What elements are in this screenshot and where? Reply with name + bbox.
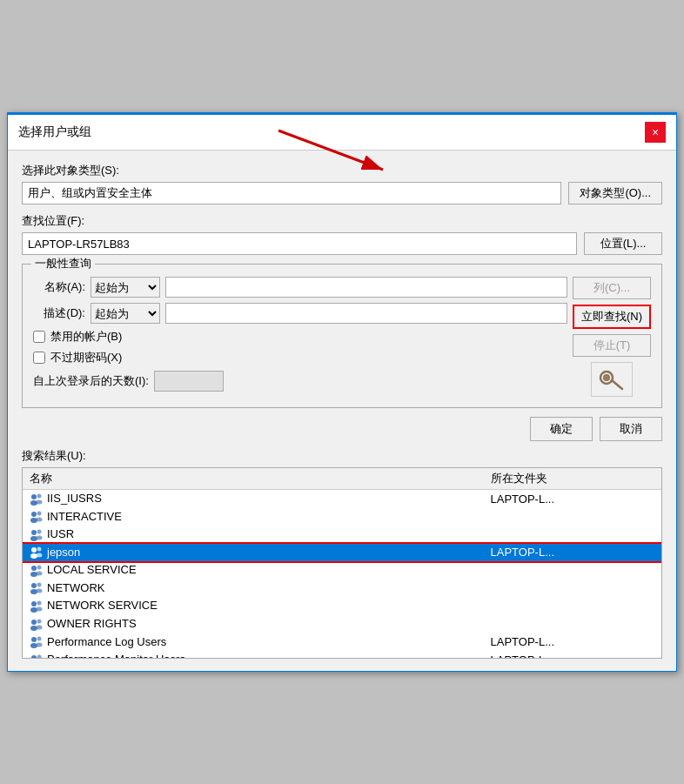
user-group-icon [30,546,44,560]
search-now-button[interactable]: 立即查找(N) [573,305,651,329]
key-icon [598,367,626,392]
results-table: 名称 所在文件夹 IIS_IUSRSLAPTOP-L... INTERACTIV… [23,468,661,659]
user-group-icon [30,510,44,524]
results-table-container[interactable]: 名称 所在文件夹 IIS_IUSRSLAPTOP-L... INTERACTIV… [22,467,662,659]
svg-point-17 [31,547,37,553]
location-inline: 位置(L)... [22,232,662,255]
desc-query-input[interactable] [165,303,567,324]
svg-point-11 [37,512,42,516]
col-folder-header: 所在文件夹 [484,468,661,490]
svg-point-43 [37,654,42,659]
table-row[interactable]: LOCAL SERVICE [23,561,661,580]
name-query-label: 名称(A): [33,279,85,295]
table-row[interactable]: NETWORK SERVICE [23,597,661,615]
svg-point-41 [31,655,37,659]
table-row[interactable]: jepsonLAPTOP-L... [23,544,661,562]
svg-point-28 [37,589,43,593]
cell-name: IUSR [23,526,484,544]
svg-point-37 [31,637,37,642]
user-group-icon [30,564,44,578]
non-expiry-checkbox[interactable] [33,352,45,364]
days-label: 自上次登录后的天数(I): [33,373,149,389]
cell-folder [484,526,661,544]
svg-point-33 [31,620,37,625]
svg-line-3 [617,385,619,386]
select-user-dialog: 选择用户或组 × 选择此对象类型(S): 对象类型(O)... 查找位置(F):… [7,112,677,672]
name-query-input[interactable] [165,277,567,298]
disabled-accounts-label: 禁用的帐户(B) [50,329,122,345]
cell-name: NETWORK [23,580,484,598]
location-button[interactable]: 位置(L)... [584,232,662,255]
desc-query-label: 描述(D): [33,305,85,321]
cell-name: IIS_IUSRS [23,490,484,508]
dialog-title: 选择用户或组 [18,124,91,140]
object-type-input[interactable] [22,182,561,204]
search-results-label: 搜索结果(U): [22,448,662,464]
location-row: 查找位置(F): 位置(L)... [22,213,662,255]
svg-point-16 [37,535,43,539]
key-icon-button[interactable] [591,362,633,397]
table-row[interactable]: Performance Log UsersLAPTOP-L... [23,633,661,652]
cell-name: NETWORK SERVICE [23,597,484,615]
svg-point-29 [31,601,37,606]
cell-folder: LAPTOP-L... [484,633,661,652]
svg-point-25 [31,583,37,588]
table-row[interactable]: IIS_IUSRSLAPTOP-L... [23,490,661,508]
svg-point-9 [31,512,37,517]
svg-point-13 [31,530,37,535]
table-row[interactable]: INTERACTIVE [23,508,661,526]
svg-point-31 [37,600,42,605]
location-input[interactable] [22,232,577,255]
close-button[interactable]: × [645,122,666,143]
days-input[interactable] [154,371,224,392]
user-group-icon [30,493,44,506]
svg-point-5 [31,494,37,499]
cell-name: LOCAL SERVICE [23,561,484,580]
cell-name: OWNER RIGHTS [23,615,484,633]
query-grid: 名称(A): 起始为 描述(D): 起始为 [33,277,651,397]
disabled-accounts-checkbox[interactable] [33,331,45,343]
svg-point-12 [37,518,43,522]
col-name-header: 名称 [23,468,484,490]
svg-point-32 [37,606,43,611]
cell-name: INTERACTIVE [23,508,484,526]
user-group-icon [30,635,44,649]
cell-name: Performance Monitor Users [23,651,484,659]
svg-point-35 [37,619,42,623]
object-type-label: 选择此对象类型(S): [22,163,662,178]
disabled-accounts-row: 禁用的帐户(B) [33,329,567,345]
cancel-button[interactable]: 取消 [600,417,662,441]
object-type-inline: 对象类型(O)... [22,182,662,204]
svg-point-24 [37,571,43,575]
desc-query-row: 描述(D): 起始为 [33,303,567,324]
user-group-icon [30,600,44,613]
col-button[interactable]: 列(C)... [573,277,651,299]
group-box-legend: 一般性查询 [31,256,95,271]
user-group-icon [30,618,44,632]
user-group-icon [30,581,44,595]
table-row[interactable]: IUSR [23,526,661,544]
table-row[interactable]: Performance Monitor UsersLAPTOP-L... [23,651,661,659]
stop-button[interactable]: 停止(T) [573,334,651,357]
ok-button[interactable]: 确定 [530,417,593,441]
object-type-button[interactable]: 对象类型(O)... [568,182,662,204]
svg-point-23 [37,565,42,569]
non-expiry-label: 不过期密码(X) [50,350,122,365]
svg-point-40 [37,643,43,647]
svg-point-15 [37,529,42,533]
general-query-box: 一般性查询 名称(A): 起始为 描述(D): [22,264,662,408]
title-bar: 选择用户或组 × [8,115,676,151]
cell-folder [484,615,661,633]
svg-point-20 [37,553,43,558]
svg-point-8 [37,499,43,504]
name-query-select[interactable]: 起始为 [91,277,160,298]
days-row: 自上次登录后的天数(I): [33,371,567,392]
desc-query-select[interactable]: 起始为 [91,303,160,324]
svg-point-21 [31,566,37,571]
user-group-icon [30,528,44,542]
svg-point-19 [37,547,42,552]
table-row[interactable]: NETWORK [23,580,661,598]
svg-point-36 [37,625,43,629]
user-group-icon [30,653,44,659]
table-row[interactable]: OWNER RIGHTS [23,615,661,633]
